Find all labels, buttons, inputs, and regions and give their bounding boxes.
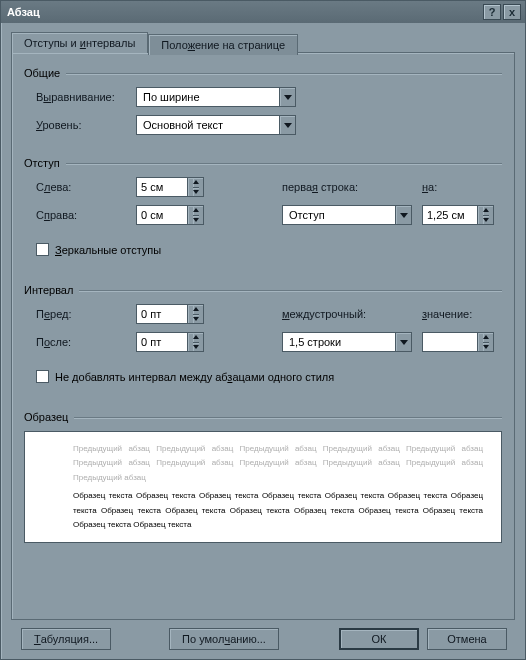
- alignment-select[interactable]: По ширине: [136, 87, 296, 107]
- line-spacing-at-input[interactable]: [422, 332, 494, 352]
- spin-up-icon[interactable]: [483, 333, 489, 342]
- paragraph-dialog: Абзац ? x Отступы и интервалы Положение …: [0, 0, 526, 660]
- alignment-label: Выравнивание:: [36, 91, 136, 103]
- indent-right-label: Справа:: [36, 209, 136, 221]
- group-spacing: Интервал: [24, 284, 502, 296]
- tabs-button[interactable]: Табуляция...: [21, 628, 111, 650]
- preview-box: Предыдущий абзац Предыдущий абзац Предыд…: [24, 431, 502, 543]
- mirror-indents-label: Зеркальные отступы: [55, 244, 161, 256]
- level-label: Уровень:: [36, 119, 136, 131]
- by-label: на:: [422, 181, 437, 193]
- mirror-indents-checkbox[interactable]: Зеркальные отступы: [24, 243, 161, 256]
- before-input[interactable]: 0 пт: [136, 304, 204, 324]
- indent-left-label: Слева:: [36, 181, 136, 193]
- group-indent: Отступ: [24, 157, 502, 169]
- level-select[interactable]: Основной текст: [136, 115, 296, 135]
- chevron-down-icon[interactable]: [279, 88, 295, 106]
- spin-down-icon[interactable]: [193, 342, 199, 352]
- first-line-by-input[interactable]: 1,25 см: [422, 205, 494, 225]
- spin-up-icon[interactable]: [193, 333, 199, 342]
- close-button[interactable]: x: [503, 4, 521, 20]
- checkbox-icon: [36, 243, 49, 256]
- group-general: Общие: [24, 67, 502, 79]
- tab-position[interactable]: Положение на странице: [148, 34, 298, 55]
- spin-down-icon[interactable]: [193, 215, 199, 225]
- chevron-down-icon[interactable]: [395, 333, 411, 351]
- cancel-button[interactable]: Отмена: [427, 628, 507, 650]
- tab-strip: Отступы и интервалы Положение на страниц…: [11, 32, 515, 53]
- help-icon: ?: [489, 7, 496, 18]
- checkbox-icon: [36, 370, 49, 383]
- titlebar[interactable]: Абзац ? x: [1, 1, 525, 23]
- chevron-down-icon[interactable]: [279, 116, 295, 134]
- dialog-title: Абзац: [7, 6, 481, 18]
- ok-button[interactable]: ОК: [339, 628, 419, 650]
- indent-right-input[interactable]: 0 см: [136, 205, 204, 225]
- spin-up-icon[interactable]: [193, 305, 199, 314]
- group-preview: Образец: [24, 411, 502, 423]
- preview-previous-text: Предыдущий абзац Предыдущий абзац Предыд…: [43, 442, 483, 485]
- no-space-checkbox[interactable]: Не добавлять интервал между абзацами одн…: [24, 370, 334, 383]
- tab-indents[interactable]: Отступы и интервалы: [11, 32, 148, 53]
- spin-down-icon[interactable]: [483, 215, 489, 225]
- spin-down-icon[interactable]: [193, 314, 199, 324]
- no-space-label: Не добавлять интервал между абзацами одн…: [55, 371, 334, 383]
- first-line-select[interactable]: Отступ: [282, 205, 412, 225]
- at-label: значение:: [422, 308, 472, 320]
- tab-panel: Общие Выравнивание: По ширине Уровень: О…: [11, 52, 515, 620]
- first-line-label: первая строка:: [282, 181, 412, 193]
- spin-up-icon[interactable]: [483, 206, 489, 215]
- chevron-down-icon[interactable]: [395, 206, 411, 224]
- default-button[interactable]: По умолчанию...: [169, 628, 279, 650]
- close-icon: x: [509, 7, 515, 18]
- spin-down-icon[interactable]: [483, 342, 489, 352]
- indent-left-input[interactable]: 5 см: [136, 177, 204, 197]
- help-button[interactable]: ?: [483, 4, 501, 20]
- line-spacing-label: междустрочный:: [282, 308, 412, 320]
- after-label: После:: [36, 336, 136, 348]
- preview-sample-text: Образец текста Образец текста Образец те…: [43, 489, 483, 532]
- spin-up-icon[interactable]: [193, 178, 199, 187]
- line-spacing-select[interactable]: 1,5 строки: [282, 332, 412, 352]
- before-label: Перед:: [36, 308, 136, 320]
- spin-up-icon[interactable]: [193, 206, 199, 215]
- spin-down-icon[interactable]: [193, 187, 199, 197]
- after-input[interactable]: 0 пт: [136, 332, 204, 352]
